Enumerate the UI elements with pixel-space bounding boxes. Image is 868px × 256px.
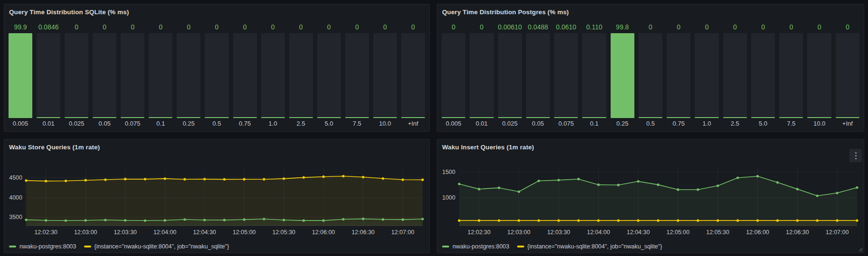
panel-waku-store-queries: Waku Store Queries (1m rate) 35004000450…	[4, 139, 430, 253]
data-point	[836, 219, 839, 222]
x-axis-tick-label: 12:05:00	[233, 229, 256, 236]
bar-value-label: 0	[751, 23, 775, 31]
bar-category-label: 10.0	[373, 120, 397, 128]
panel-header[interactable]: Query Time Distribution Postgres (% ms)	[442, 7, 845, 18]
bar-category-label: 10.0	[807, 120, 831, 128]
bar-category-label: 7.5	[779, 120, 803, 128]
bar-value-label: 0.110	[582, 23, 606, 31]
x-axis-tick-label: 12:06:30	[351, 229, 375, 236]
data-point	[538, 180, 540, 182]
bar-track	[611, 33, 634, 118]
bar-value-label: 0.0610	[554, 23, 578, 31]
data-point	[263, 178, 265, 181]
panel-header[interactable]: Query Time Distribution SQLite (% ms)	[9, 7, 410, 18]
bar-fill	[751, 117, 775, 118]
data-point	[458, 219, 460, 222]
data-point	[223, 178, 226, 181]
bar-column: 010.0	[373, 23, 397, 128]
panel-resize-handle[interactable]	[858, 247, 863, 252]
x-axis-tick-label: 12:07:00	[391, 229, 415, 236]
data-point	[816, 219, 819, 222]
time-series-plot[interactable]: 35004000450012:02:3012:03:0012:03:3012:0…	[26, 166, 423, 226]
bar-track	[639, 33, 662, 118]
data-point	[421, 179, 424, 181]
data-point	[498, 187, 500, 189]
x-axis-tick-label: 12:06:30	[786, 229, 809, 236]
data-point	[283, 219, 285, 221]
time-series-plot[interactable]: 1000150012:02:3012:03:0012:03:3012:04:00…	[459, 166, 857, 226]
data-point	[322, 219, 325, 222]
bar-fill	[233, 117, 257, 118]
bar-column: 00.1	[149, 23, 172, 128]
data-point	[263, 218, 265, 220]
bar-category-label: 1.0	[695, 120, 718, 128]
bar-column: 00.075	[121, 23, 144, 128]
bar-fill	[667, 117, 690, 118]
data-point	[144, 178, 146, 180]
data-point	[597, 219, 600, 222]
panel-title: Waku Insert Queries (1m rate)	[442, 142, 845, 153]
panel-header[interactable]: Waku Insert Queries (1m rate)	[442, 142, 845, 153]
chart-canvas[interactable]	[459, 166, 857, 226]
bar-fill	[582, 117, 606, 118]
legend-item[interactable]: nwaku-postgres:8003	[442, 243, 509, 250]
bar-track	[149, 33, 172, 118]
chart-legend: nwaku-postgres:8003{instance="nwaku-sqli…	[9, 243, 229, 250]
bar-fill	[261, 117, 285, 118]
legend-item[interactable]: {instance="nwaku-sqlite:8004", job="nwak…	[517, 243, 662, 250]
data-point	[382, 218, 384, 220]
bar-fill	[639, 117, 662, 118]
data-point	[518, 219, 520, 222]
bar-track	[233, 33, 257, 118]
panel-header[interactable]: Waku Store Queries (1m rate)	[9, 142, 410, 153]
data-point	[577, 219, 580, 222]
bar-column: 00.05	[93, 23, 116, 128]
bar-column: 0.006100.025	[498, 23, 522, 128]
data-point	[183, 218, 186, 220]
data-point	[183, 178, 186, 181]
bar-value-label: 0	[261, 23, 285, 31]
bar-value-label: 0	[177, 23, 200, 31]
data-point	[697, 188, 699, 191]
bar-value-label: 0	[442, 23, 465, 31]
bar-value-label: 0.00610	[498, 23, 522, 31]
bar-category-label: 0.005	[9, 120, 32, 128]
data-point	[104, 178, 106, 181]
data-point	[637, 180, 640, 183]
x-axis-tick-label: 12:05:00	[667, 229, 690, 236]
bar-track	[317, 33, 341, 118]
panel-waku-insert-queries: Waku Insert Queries (1m rate) 1000150012…	[437, 139, 864, 253]
bar-category-label: +Inf	[836, 120, 859, 128]
bar-track	[667, 33, 690, 118]
y-axis-tick-label: 3500	[5, 214, 26, 220]
data-point	[322, 175, 325, 178]
bar-column: 0.06100.075	[554, 23, 578, 128]
bar-column: 0+Inf	[401, 23, 425, 128]
y-axis-tick-label: 1500	[438, 169, 459, 175]
x-axis-tick-label: 12:05:30	[272, 229, 295, 236]
bar-column: 010.0	[807, 23, 831, 128]
legend-series-swatch	[442, 246, 449, 247]
data-point	[164, 219, 166, 221]
bar-track	[401, 33, 425, 118]
bar-column: 00.75	[233, 23, 257, 128]
bar-fill	[373, 117, 397, 118]
bar-track	[695, 33, 718, 118]
bar-value-label: 0	[667, 23, 690, 31]
panel-menu-kebab-icon[interactable]	[849, 149, 862, 162]
bar-track	[261, 33, 285, 118]
bar-category-label: 5.0	[317, 120, 341, 128]
data-point	[124, 219, 126, 221]
bar-track	[779, 33, 803, 118]
bar-category-label: 5.0	[751, 120, 775, 128]
bar-column: 00.005	[442, 23, 465, 128]
bar-fill	[498, 117, 522, 118]
bar-track	[470, 33, 493, 118]
legend-item[interactable]: nwaku-postgres:8003	[9, 243, 76, 250]
bar-category-label: 0.05	[93, 120, 116, 128]
panel-title: Query Time Distribution Postgres (% ms)	[442, 7, 845, 18]
legend-item[interactable]: {instance="nwaku-sqlite:8004", job="nwak…	[84, 243, 229, 250]
chart-canvas[interactable]	[26, 166, 423, 226]
bar-category-label: +Inf	[401, 120, 425, 128]
bar-fill	[554, 117, 578, 118]
